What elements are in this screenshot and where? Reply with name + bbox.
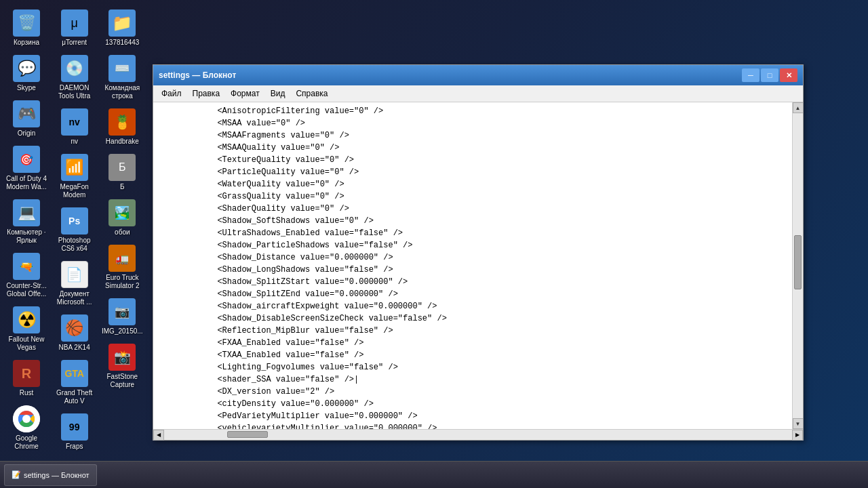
desktop-icon-counter[interactable]: 🔫 Counter-Str... Global Offe...	[3, 249, 50, 302]
folder-icon: 📁	[108, 9, 136, 37]
faststone-label: FastStone Capture	[101, 373, 143, 389]
desktop-icon-extra[interactable]: Б Б	[98, 150, 146, 195]
taskbar: 📝 settings — Блокнот	[0, 461, 868, 488]
desktop-icon-fallout[interactable]: ☢️ Fallout New Vegas	[3, 302, 50, 356]
scroll-thumb-h[interactable]	[227, 431, 268, 438]
desktop-icon-rust[interactable]: R Rust	[3, 356, 50, 401]
desktop-icon-origin[interactable]: 🎮 Origin	[3, 96, 50, 142]
window-menubar: Файл Правка Формат Вид Справка	[153, 85, 803, 102]
counter-icon: 🔫	[13, 253, 40, 280]
cmd-icon: ⌨️	[108, 55, 136, 82]
megafon-label: MegaFon Modem	[54, 183, 96, 199]
window-titlebar[interactable]: settings — Блокнот ─ □ ✕	[153, 65, 803, 85]
scroll-down-arrow[interactable]: ▼	[793, 418, 804, 429]
oboi-label: обои	[115, 228, 130, 237]
vertical-scrollbar[interactable]: ▲ ▼	[792, 102, 803, 429]
desktop-icon-photoshop[interactable]: Ps Photoshop CS6 x64	[51, 203, 98, 257]
menu-format[interactable]: Формат	[225, 87, 265, 100]
doc-icon: 📄	[61, 261, 88, 288]
desktop-icon-cod[interactable]: 🎯 Call of Duty 4 Modern Wa...	[3, 142, 50, 195]
desktop-icon-doc[interactable]: 📄 Документ Microsoft ...	[51, 257, 98, 310]
cod-label: Call of Duty 4 Modern Wa...	[5, 175, 47, 191]
gta-label: Grand Theft Auto V	[54, 389, 96, 405]
rust-icon: R	[13, 360, 40, 387]
desktop-icon-gta[interactable]: GTA Grand Theft Auto V	[51, 356, 98, 409]
scroll-up-arrow[interactable]: ▲	[793, 102, 804, 113]
scroll-thumb-v[interactable]	[794, 235, 802, 289]
desktop-icon-nba[interactable]: 🏀 NBA 2K14	[51, 310, 98, 356]
daemon-icon: 💿	[61, 55, 88, 82]
minimize-button[interactable]: ─	[742, 68, 760, 82]
extra-icon: Б	[108, 154, 136, 181]
notepad-window: settings — Блокнот ─ □ ✕ Файл Правка Фор…	[153, 64, 804, 441]
handbrake-icon: 🍍	[108, 108, 136, 136]
desktop-icon-faststone[interactable]: 📸 FastStone Capture	[98, 340, 146, 393]
img-icon: 📷	[108, 298, 136, 325]
computer-icon: 💻	[13, 199, 40, 226]
utorrent-icon: μ	[61, 9, 88, 37]
scroll-track-v[interactable]	[793, 113, 803, 418]
desktop-icons-area: 🗑️ Корзина 💬 Skype 🎮 Origin 🎯 Call of Du…	[0, 0, 149, 488]
desktop-icon-img[interactable]: 📷 IMG_20150...	[98, 294, 146, 340]
scroll-track-h[interactable]	[164, 430, 792, 440]
desktop-icon-chrome[interactable]: Google Chrome	[3, 401, 50, 455]
scroll-right-arrow[interactable]: ▶	[792, 430, 803, 441]
megafon-icon: 📶	[61, 154, 88, 181]
menu-help[interactable]: Справка	[290, 87, 333, 100]
taskbar-notepad[interactable]: 📝 settings — Блокнот	[4, 464, 97, 486]
desktop-icon-fraps[interactable]: 99 Fraps	[51, 409, 98, 455]
rust-label: Rust	[20, 389, 34, 397]
maximize-button[interactable]: □	[761, 68, 778, 82]
menu-file[interactable]: Файл	[156, 87, 187, 100]
code-content: <AnisotropicFiltering value="0" /> <MSAA…	[153, 102, 792, 429]
nv-icon: nv	[61, 108, 88, 136]
desktop-icon-euro[interactable]: 🚛 Euro Truck Simulator 2	[98, 241, 146, 294]
desktop-icon-computer[interactable]: 💻 Компьютер · Ярлык	[3, 195, 50, 249]
euro-label: Euro Truck Simulator 2	[101, 274, 143, 290]
chrome-icon	[13, 405, 40, 432]
horizontal-scrollbar[interactable]: ◀ ▶	[153, 429, 803, 440]
handbrake-label: Handbrake	[106, 138, 139, 146]
gta-icon: GTA	[61, 360, 88, 387]
desktop-icon-skype[interactable]: 💬 Skype	[3, 51, 50, 96]
desktop-icon-nv[interactable]: nv nv	[51, 104, 98, 150]
utorrent-label: μTorrent	[62, 39, 87, 47]
desktop-icon-handbrake[interactable]: 🍍 Handbrake	[98, 104, 146, 150]
fallout-label: Fallout New Vegas	[5, 336, 47, 352]
img-label: IMG_20150...	[102, 327, 143, 336]
desktop-icon-megafon[interactable]: 📶 MegaFon Modem	[51, 150, 98, 203]
fallout-icon: ☢️	[13, 306, 40, 333]
window-controls: ─ □ ✕	[742, 68, 797, 82]
desktop-icon-oboi[interactable]: 🏞️ обои	[98, 195, 146, 241]
desktop-icon-korzina[interactable]: 🗑️ Корзина	[3, 5, 50, 51]
desktop-icon-daemon[interactable]: 💿 DAEMON Tools Ultra	[51, 51, 98, 104]
desktop: 🗑️ Корзина 💬 Skype 🎮 Origin 🎯 Call of Du…	[0, 0, 868, 488]
nba-label: NBA 2K14	[59, 344, 90, 352]
desktop-icon-cmd[interactable]: ⌨️ Командная строка	[98, 51, 146, 104]
taskbar-notepad-label: settings — Блокнот	[24, 471, 90, 479]
scroll-left-arrow[interactable]: ◀	[153, 430, 164, 441]
folder-label: 137816443	[105, 39, 139, 47]
daemon-label: DAEMON Tools Ultra	[54, 84, 96, 100]
text-area[interactable]: <AnisotropicFiltering value="0" /> <MSAA…	[153, 102, 792, 429]
skype-icon: 💬	[13, 55, 40, 82]
svg-point-2	[22, 415, 31, 423]
chrome-label: Google Chrome	[5, 434, 47, 451]
nba-icon: 🏀	[61, 314, 88, 342]
desktop-icon-folder[interactable]: 📁 137816443	[98, 5, 146, 51]
menu-view[interactable]: Вид	[265, 87, 291, 100]
doc-label: Документ Microsoft ...	[54, 290, 96, 306]
euro-icon: 🚛	[108, 245, 136, 272]
origin-label: Origin	[18, 129, 36, 138]
origin-icon: 🎮	[13, 100, 40, 127]
close-button[interactable]: ✕	[780, 68, 797, 82]
computer-label: Компьютер · Ярлык	[5, 228, 47, 245]
skype-label: Skype	[17, 84, 36, 92]
menu-edit[interactable]: Правка	[187, 87, 226, 100]
window-content: <AnisotropicFiltering value="0" /> <MSAA…	[153, 102, 803, 429]
faststone-icon: 📸	[108, 344, 136, 371]
desktop-icon-utorrent[interactable]: μ μTorrent	[51, 5, 98, 51]
taskbar-notepad-icon: 📝	[12, 470, 21, 479]
photoshop-icon: Ps	[61, 207, 88, 235]
nv-label: nv	[71, 138, 78, 146]
